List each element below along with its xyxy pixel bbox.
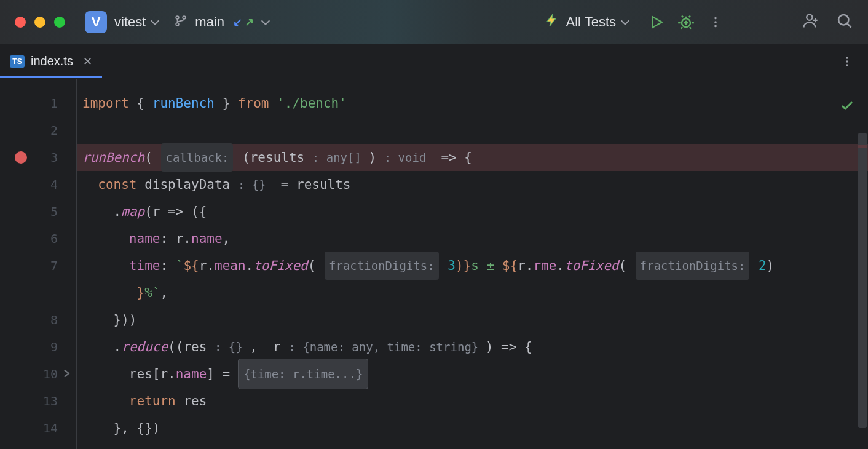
folded-code-region[interactable]: {time: r.time...} [238,359,368,389]
tab-filename: index.ts [31,54,73,68]
branch-icon [174,14,187,30]
line-number[interactable]: 5 [0,198,76,225]
run-configuration-dropdown[interactable]: All Tests [545,13,628,31]
line-number[interactable]: 9 [0,333,76,360]
chevron-down-icon [621,17,629,25]
svg-point-0 [176,16,180,19]
close-tab-button[interactable]: ✕ [83,55,92,68]
svg-point-7 [807,15,812,20]
gutter[interactable]: 1 2 3 4 5 6 7 8 9 10 13 14 [0,79,77,449]
chevron-down-icon [261,17,270,25]
code-editor[interactable]: import { runBench } from './bench' runBe… [77,79,868,449]
line-number[interactable]: 4 [0,171,76,198]
inlay-hint: callback: [161,143,233,172]
project-name-dropdown[interactable]: vitest [114,14,146,30]
line-number[interactable]: 14 [0,415,76,442]
scrollbar-thumb[interactable] [858,133,867,428]
minimize-window-button[interactable] [34,17,45,28]
code-line[interactable]: time: `${r.mean.toFixed( fractionDigits:… [77,252,868,279]
inlay-hint: : void [384,144,433,171]
line-number[interactable]: 1 [0,90,76,117]
inlay-hint: fractionDigits: [325,252,439,280]
inlay-hint: : any[] [312,144,369,171]
code-line[interactable]: .reduce((res : {} , r : {name: any, time… [77,333,868,360]
line-number[interactable]: 10 [0,360,76,387]
code-line[interactable]: })) [77,306,868,333]
line-number[interactable] [0,279,76,306]
maximize-window-button[interactable] [54,17,65,28]
code-line[interactable]: }, {}) [77,415,868,442]
error-stripe-mark[interactable] [858,145,867,148]
tab-options-button[interactable] [826,44,868,78]
window-controls [15,17,65,28]
svg-point-1 [183,16,186,19]
more-actions-button[interactable] [703,10,728,34]
typescript-file-icon: TS [10,55,25,68]
branch-name: main [195,14,224,30]
svg-point-2 [176,23,180,26]
breakpoint-icon[interactable] [15,151,27,164]
code-line[interactable]: import { runBench } from './bench' [77,90,868,117]
inlay-hint: : {} [238,171,273,198]
bolt-icon [545,13,559,31]
code-line[interactable] [77,117,868,144]
fold-expand-icon[interactable] [63,369,71,379]
editor-tab-bar: TS index.ts ✕ [0,44,868,79]
svg-point-8 [838,15,848,25]
inlay-hint: : {name: any, time: string} [288,333,485,360]
titlebar: V vitest main ↙↗ All Tests [0,0,868,44]
svg-point-9 [846,57,848,58]
run-button[interactable] [644,10,669,34]
code-with-me-button[interactable] [802,12,819,32]
vcs-branch-widget[interactable]: main ↙↗ [174,14,269,30]
search-everywhere-button[interactable] [836,12,853,32]
debug-button[interactable] [674,10,698,34]
close-window-button[interactable] [15,17,26,28]
run-config-label: All Tests [566,14,616,30]
line-number[interactable]: 3 [0,144,76,171]
vcs-update-icon[interactable]: ↙↗ [233,15,254,29]
code-line[interactable]: name: r.name, [77,225,868,252]
svg-point-11 [846,64,848,66]
line-number[interactable]: 2 [0,117,76,144]
line-number[interactable]: 13 [0,387,76,415]
line-number[interactable]: 7 [0,252,76,279]
inlay-hint: fractionDigits: [636,252,750,280]
editor-tab[interactable]: TS index.ts ✕ [0,44,102,78]
project-badge[interactable]: V [85,11,107,33]
code-line[interactable]: const displayData : {} = results [77,171,868,198]
inlay-hint: : {} [215,333,250,360]
svg-point-5 [714,21,717,23]
svg-point-6 [714,25,717,28]
code-line[interactable]: runBench( callback: (results : any[] ) :… [77,144,868,171]
editor-area: 1 2 3 4 5 6 7 8 9 10 13 14 import { runB… [0,79,868,449]
line-number[interactable]: 6 [0,225,76,252]
code-line[interactable]: .map(r => ({ [77,198,868,225]
code-line[interactable]: return res [77,387,868,415]
line-number[interactable]: 8 [0,306,76,333]
svg-point-10 [846,60,848,62]
chevron-down-icon [151,17,159,25]
svg-point-4 [714,17,717,20]
inspection-ok-icon[interactable] [840,95,854,122]
code-line[interactable]: res[r.name] = {time: r.time...} [77,360,868,387]
code-line[interactable]: }%`, [77,279,868,306]
